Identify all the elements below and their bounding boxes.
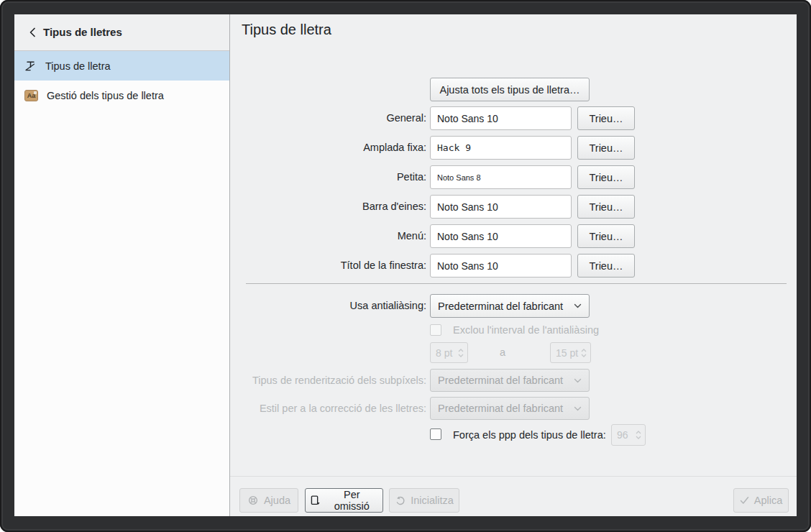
font-value-field[interactable]: Noto Sans 10 xyxy=(430,254,572,278)
undo-icon xyxy=(395,495,406,506)
chevron-down-icon xyxy=(574,378,582,383)
exclude-range-label: Exclou l'interval de l'antialiàsing xyxy=(453,324,599,336)
choose-font-button[interactable]: Trieu… xyxy=(577,106,635,130)
font-row: Títol de la finestra:Noto Sans 10Trieu… xyxy=(230,254,797,278)
check-icon xyxy=(740,496,749,505)
force-dpi-spinner: 96 xyxy=(611,424,646,446)
subpixel-label: Tipus de renderització dels subpíxels: xyxy=(230,369,426,392)
sidebar: Tipus de lletres Tipus de lletra Aa Gest… xyxy=(14,14,230,516)
spinner-arrows-icon xyxy=(636,431,641,439)
reset-button-label: Inicialitza xyxy=(411,495,454,506)
font-row: Barra d'eines:Noto Sans 10Trieu… xyxy=(230,195,797,219)
system-settings-window: Tipus de lletres Tipus de lletra Aa Gest… xyxy=(14,14,797,516)
force-dpi-label: Força els ppp dels tipus de lletra: xyxy=(453,424,606,446)
font-icon xyxy=(24,60,37,72)
force-dpi-value: 96 xyxy=(617,429,628,441)
subpixel-dropdown: Predeterminat del fabricant xyxy=(430,369,590,392)
help-button: Ajuda xyxy=(239,488,298,513)
sidebar-item-fonts[interactable]: Tipus de lletra xyxy=(14,51,229,81)
font-row: Petita:Noto Sans 8Trieu… xyxy=(230,165,797,189)
antialias-dropdown[interactable]: Predeterminat del fabricant xyxy=(430,294,590,318)
defaults-button[interactable]: Per omissió xyxy=(305,488,383,513)
force-dpi-checkbox[interactable] xyxy=(430,428,441,440)
page-title: Tipus de lletra xyxy=(242,22,331,38)
sidebar-header: Tipus de lletres xyxy=(14,14,229,51)
hinting-dropdown-value: Predeterminat del fabricant xyxy=(438,403,563,414)
hinting-dropdown: Predeterminat del fabricant xyxy=(430,397,590,420)
apply-button-label: Aplica xyxy=(754,495,783,506)
footer-divider xyxy=(230,476,797,477)
font-row-label: Amplada fixa: xyxy=(230,136,426,160)
antialias-range-to-spinner: 15 pt xyxy=(550,342,591,363)
font-value-field[interactable]: Noto Sans 10 xyxy=(430,106,572,130)
chevron-left-icon xyxy=(29,27,37,38)
back-button[interactable] xyxy=(24,24,40,40)
defaults-document-icon xyxy=(310,495,321,506)
defaults-button-label: Per omissió xyxy=(326,489,378,512)
font-row-label: Petita: xyxy=(230,165,426,189)
choose-font-button[interactable]: Trieu… xyxy=(577,195,635,219)
font-row: General:Noto Sans 10Trieu… xyxy=(230,106,797,130)
choose-font-button[interactable]: Trieu… xyxy=(577,136,635,160)
font-row-label: Títol de la finestra: xyxy=(230,254,426,278)
choose-font-button[interactable]: Trieu… xyxy=(577,254,635,278)
subpixel-dropdown-value: Predeterminat del fabricant xyxy=(438,375,563,386)
font-value-field[interactable]: Noto Sans 8 xyxy=(430,165,572,189)
reset-button: Inicialitza xyxy=(389,488,459,513)
spinner-arrows-icon xyxy=(581,349,587,357)
font-value-field[interactable]: Noto Sans 10 xyxy=(430,195,572,219)
font-row: Amplada fixa:Hack 9Trieu… xyxy=(230,136,797,160)
screenshot: Tipus de lletres Tipus de lletra Aa Gest… xyxy=(0,0,811,532)
font-management-icon: Aa xyxy=(24,90,38,101)
range-from-value: 8 pt xyxy=(436,347,452,359)
help-lifebuoy-icon xyxy=(247,495,259,506)
sidebar-title: Tipus de lletres xyxy=(43,14,122,50)
font-value-field[interactable]: Hack 9 xyxy=(430,136,572,160)
exclude-range-checkbox xyxy=(430,324,441,336)
chevron-down-icon xyxy=(574,406,582,411)
help-button-label: Ajuda xyxy=(264,495,290,506)
range-to-value: 15 pt xyxy=(556,347,578,359)
font-row-label: General: xyxy=(230,106,426,130)
font-value-field[interactable]: Noto Sans 10 xyxy=(430,224,572,248)
chevron-down-icon xyxy=(574,303,582,308)
apply-button: Aplica xyxy=(733,488,789,513)
choose-font-button[interactable]: Trieu… xyxy=(577,165,635,189)
antialias-range-from-spinner: 8 pt xyxy=(430,342,468,363)
font-row-label: Menú: xyxy=(230,224,426,248)
sidebar-item-font-management[interactable]: Aa Gestió dels tipus de lletra xyxy=(14,81,229,110)
sidebar-item-label: Gestió dels tipus de lletra xyxy=(47,90,164,101)
hinting-label: Estil per a la correcció de les lletres: xyxy=(230,397,426,420)
spinner-arrows-icon xyxy=(458,349,464,357)
sidebar-item-label: Tipus de lletra xyxy=(45,60,111,72)
choose-font-button[interactable]: Trieu… xyxy=(577,224,635,248)
adjust-all-fonts-button[interactable]: Ajusta tots els tipus de lletra… xyxy=(430,78,590,101)
main-panel: Tipus de lletra Ajusta tots els tipus de… xyxy=(230,14,797,516)
font-row-label: Barra d'eines: xyxy=(230,195,426,219)
section-divider xyxy=(246,283,787,284)
antialias-dropdown-value: Predeterminat del fabricant xyxy=(438,301,563,312)
antialias-label: Usa antialiàsing: xyxy=(230,294,426,318)
font-row: Menú:Noto Sans 10Trieu… xyxy=(230,224,797,248)
range-separator-label: a xyxy=(500,342,505,363)
